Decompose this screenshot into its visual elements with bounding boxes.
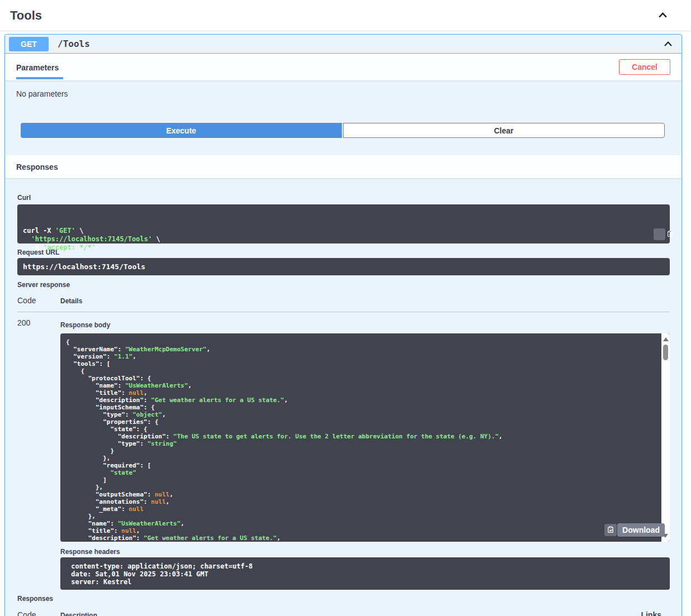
response-body-code: { "serverName": "WeatherMcpDemoServer", … xyxy=(60,333,670,542)
copy-to-clipboard-icon xyxy=(645,222,673,247)
status-code: 200 xyxy=(17,318,60,590)
documented-responses-table-header: Code Description Links xyxy=(17,603,670,616)
scrollbar-thumb[interactable] xyxy=(663,345,668,360)
method-badge: GET xyxy=(9,37,49,51)
section-header-bar: Tools xyxy=(0,0,691,31)
server-response-label: Server response xyxy=(17,281,670,289)
chevron-up-icon xyxy=(657,15,669,23)
response-body-label: Response body xyxy=(60,321,670,329)
doc-code-column-header: Code xyxy=(17,610,60,616)
opblock-summary[interactable]: GET /Tools xyxy=(5,35,682,54)
cancel-button[interactable]: Cancel xyxy=(619,59,670,75)
response-body-scrollbar[interactable] xyxy=(661,333,670,542)
curl-code-block: curl -X 'GET' \ 'https://localhost:7145/… xyxy=(17,204,670,243)
server-response-row: 200 Response body { "serverName": "Weath… xyxy=(17,312,670,590)
response-headers-code: content-type: application/json; charset=… xyxy=(60,557,670,590)
code-column-header: Code xyxy=(17,296,60,305)
copy-to-clipboard-icon xyxy=(607,526,614,535)
opblock-collapse-button[interactable] xyxy=(661,37,675,51)
copy-response-button[interactable] xyxy=(604,524,617,536)
server-response-table-header: Code Details xyxy=(17,289,670,312)
no-parameters-text: No parameters xyxy=(16,89,68,98)
clear-button[interactable]: Clear xyxy=(343,123,665,138)
details-column-header: Details xyxy=(60,297,82,305)
download-button[interactable]: Download xyxy=(617,523,665,537)
endpoint-path: /Tools xyxy=(58,39,90,49)
execute-button-group: Execute Clear xyxy=(5,122,682,155)
opblock-get-tools: GET /Tools Parameters Cancel No paramete… xyxy=(4,34,682,616)
responses-section-title: Responses xyxy=(16,163,58,171)
section-collapse-button[interactable] xyxy=(656,8,670,22)
doc-description-column-header: Description xyxy=(60,612,97,616)
tab-parameters[interactable]: Parameters xyxy=(16,55,63,79)
curl-label: Curl xyxy=(17,194,670,202)
curl-code: curl -X 'GET' \ 'https://localhost:7145/… xyxy=(23,227,664,252)
chevron-up-icon xyxy=(663,43,674,51)
response-body-block: { "serverName": "WeatherMcpDemoServer", … xyxy=(60,333,670,542)
responses-section-header: Responses xyxy=(5,155,682,178)
documented-responses-title: Responses xyxy=(17,595,670,603)
parameters-section-header: Parameters Cancel xyxy=(5,54,682,80)
page-title: Tools xyxy=(10,8,42,23)
execute-button[interactable]: Execute xyxy=(21,123,342,138)
scroll-up-arrow-icon[interactable] xyxy=(663,337,669,341)
response-headers-label: Response headers xyxy=(60,548,670,556)
copy-curl-button[interactable] xyxy=(654,228,665,240)
doc-links-column-header: Links xyxy=(641,610,661,616)
